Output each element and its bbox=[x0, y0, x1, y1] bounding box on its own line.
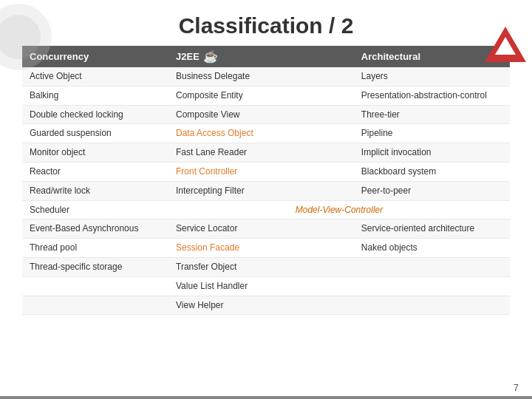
page-number: 7 bbox=[514, 382, 519, 393]
table-row: Read/write lockIntercepting FilterPeer-t… bbox=[22, 181, 510, 200]
cell-architectural bbox=[354, 296, 510, 315]
cell-concurrency: Double checked locking bbox=[22, 105, 168, 124]
cell-architectural: Implicit invocation bbox=[354, 143, 510, 163]
cell-concurrency: Event-Based Asynchronous bbox=[22, 219, 168, 239]
table-row: Double checked lockingComposite ViewThre… bbox=[22, 105, 510, 124]
cell-j2ee: Data Access Object bbox=[168, 124, 354, 143]
classification-table: Concurrency J2EE ☕ Architectural Active … bbox=[22, 46, 510, 315]
table-row: Thread-specific storageTransfer Object bbox=[22, 257, 510, 276]
cell-architectural: Pipeline bbox=[354, 124, 510, 143]
table-row: Value List Handler bbox=[22, 276, 510, 296]
cell-architectural: Layers bbox=[354, 67, 510, 86]
cell-concurrency: Reactor bbox=[22, 162, 168, 181]
cell-concurrency: Monitor object bbox=[22, 143, 168, 163]
table-row: Thread poolSession FacadeNaked objects bbox=[22, 239, 510, 258]
cell-concurrency bbox=[22, 296, 168, 315]
table-row: SchedulerModel-View-Controller bbox=[22, 200, 510, 219]
table-row: Event-Based AsynchronousService LocatorS… bbox=[22, 219, 510, 239]
cell-concurrency bbox=[22, 276, 168, 296]
cell-j2ee: Front Controller bbox=[168, 162, 354, 181]
cell-j2ee: View Helper bbox=[168, 296, 354, 315]
table-row: View Helper bbox=[22, 296, 510, 315]
table-row: Active ObjectBusiness DelegateLayers bbox=[22, 67, 510, 86]
cell-concurrency: Balking bbox=[22, 86, 168, 105]
table-row: ReactorFront ControllerBlackboard system bbox=[22, 162, 510, 181]
cell-j2ee: Fast Lane Reader bbox=[168, 143, 354, 163]
cell-concurrency: Guarded suspension bbox=[22, 124, 168, 143]
table-row: Monitor objectFast Lane ReaderImplicit i… bbox=[22, 143, 510, 163]
cell-j2ee: Service Locator bbox=[168, 219, 354, 239]
table-row: BalkingComposite EntityPresentation-abst… bbox=[22, 86, 510, 105]
cell-j2ee: Business Delegate bbox=[168, 67, 354, 86]
cell-architectural bbox=[354, 276, 510, 296]
table-row: Guarded suspensionData Access ObjectPipe… bbox=[22, 124, 510, 143]
page-title: Classification / 2 bbox=[0, 0, 532, 46]
cell-architectural: Three-tier bbox=[354, 105, 510, 124]
cell-concurrency: Scheduler bbox=[22, 200, 168, 219]
cell-j2ee: Value List Handler bbox=[168, 276, 354, 296]
cell-architectural: Presentation-abstraction-control bbox=[354, 86, 510, 105]
cell-architectural bbox=[354, 257, 510, 276]
cell-architectural: Service-oriented architecture bbox=[354, 219, 510, 239]
cell-mvc: Model-View-Controller bbox=[168, 200, 510, 219]
cell-architectural: Peer-to-peer bbox=[354, 181, 510, 200]
cell-architectural: Naked objects bbox=[354, 239, 510, 258]
col-j2ee: J2EE ☕ bbox=[168, 46, 354, 67]
col-architectural: Architectural bbox=[354, 46, 510, 67]
cell-concurrency: Thread-specific storage bbox=[22, 257, 168, 276]
java-icon: ☕ bbox=[203, 50, 218, 64]
cell-concurrency: Active Object bbox=[22, 67, 168, 86]
cell-j2ee: Composite View bbox=[168, 105, 354, 124]
cell-concurrency: Thread pool bbox=[22, 239, 168, 258]
cell-concurrency: Read/write lock bbox=[22, 181, 168, 200]
bottom-bar bbox=[0, 396, 532, 399]
cell-j2ee: Intercepting Filter bbox=[168, 181, 354, 200]
cell-j2ee: Transfer Object bbox=[168, 257, 354, 276]
cell-architectural: Blackboard system bbox=[354, 162, 510, 181]
cell-j2ee: Composite Entity bbox=[168, 86, 354, 105]
cell-j2ee: Session Facade bbox=[168, 239, 354, 258]
col-concurrency: Concurrency bbox=[22, 46, 168, 67]
